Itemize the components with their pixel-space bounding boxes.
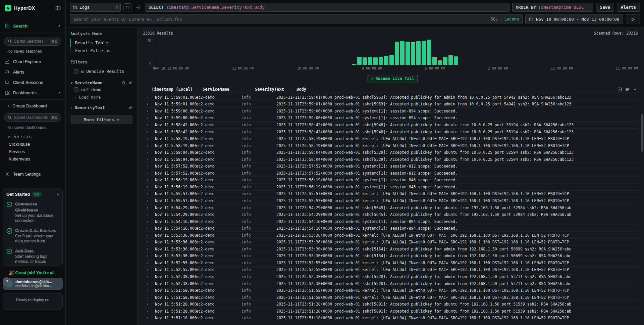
row-expand-icon[interactable]: ›	[143, 123, 152, 127]
histogram-bar[interactable]	[427, 40, 431, 65]
row-expand-icon[interactable]: ›	[143, 281, 152, 286]
row-expand-icon[interactable]: ›	[143, 240, 152, 244]
row-expand-icon[interactable]: ›	[143, 178, 152, 182]
histogram-bar[interactable]	[400, 41, 405, 65]
histogram-bar[interactable]	[411, 42, 415, 65]
resume-live-tail-button[interactable]: ⚡ Resume Live Tail	[368, 75, 418, 82]
table-row[interactable]: › Nov 11 5:58:04.000 PM ec2-demo info 20…	[143, 149, 639, 156]
row-expand-icon[interactable]: ›	[143, 205, 152, 210]
gear-icon[interactable]	[134, 3, 142, 11]
row-expand-icon[interactable]: ›	[143, 102, 152, 106]
row-expand-icon[interactable]: ›	[143, 261, 152, 265]
table-row[interactable]: › Nov 11 5:58:42.000 PM ec2-demo info 20…	[143, 128, 639, 135]
row-expand-icon[interactable]: ›	[143, 309, 152, 314]
load-more-button[interactable]: › Load more	[70, 94, 132, 100]
table-row[interactable]: › Nov 11 5:55:57.000 PM ec2-demo info 20…	[143, 190, 639, 197]
filter-group-servicename[interactable]: ∨ ServiceName	[70, 80, 132, 85]
run-query-button[interactable]	[626, 14, 640, 24]
table-scrollbar[interactable]	[641, 114, 643, 152]
sidebar-collapse-icon[interactable]	[55, 5, 61, 11]
popout-icon[interactable]	[618, 87, 622, 92]
histogram-bar[interactable]	[389, 55, 394, 65]
deploy-banner[interactable]: Ready to deploy on	[3, 293, 63, 310]
saved-searches-input[interactable]: Saved Searches ⌘K	[4, 37, 61, 46]
download-icon[interactable]	[633, 87, 637, 92]
table-row[interactable]: › Nov 11 5:59:01.000 PM ec2-demo info 20…	[143, 94, 639, 101]
table-row[interactable]: › Nov 11 5:52:38.000 PM ec2-demo info 20…	[143, 280, 639, 287]
histogram-bar[interactable]	[422, 41, 426, 65]
histogram-bar[interactable]	[438, 60, 442, 65]
table-row[interactable]: › Nov 11 5:53:36.000 PM ec2-demo info 20…	[143, 238, 639, 245]
checkbox[interactable]	[74, 69, 78, 74]
histogram-bar[interactable]	[384, 56, 388, 65]
filter-group-severitytext[interactable]: › SeverityText	[70, 105, 132, 110]
create-dashboard-button[interactable]: + Create Dashboard	[0, 101, 65, 110]
row-expand-icon[interactable]: ›	[143, 115, 152, 120]
row-expand-icon[interactable]: ›	[143, 316, 152, 320]
histogram-bar[interactable]	[395, 42, 399, 65]
row-expand-icon[interactable]: ›	[143, 247, 152, 251]
histogram-bar[interactable]	[363, 57, 367, 65]
row-expand-icon[interactable]: ›	[143, 253, 152, 258]
checkbox[interactable]	[74, 87, 78, 92]
help-button[interactable]: ?	[3, 277, 11, 286]
more-filters-button[interactable]: More filters ∨	[70, 115, 132, 124]
histogram-bar[interactable]	[352, 64, 356, 65]
column-header-timestamp[interactable]: Timestamp (Local)	[152, 87, 196, 92]
presets-toggle[interactable]: ∨ PRESETS	[0, 133, 65, 141]
histogram-bar[interactable]	[357, 57, 362, 65]
histogram-bar[interactable]	[368, 57, 372, 65]
histogram-bar[interactable]	[379, 57, 383, 65]
row-expand-icon[interactable]: ›	[143, 136, 152, 141]
user-menu[interactable]: D dominic.tran@clic... dominic.tran@clic…	[3, 278, 63, 290]
row-expand-icon[interactable]: ›	[143, 130, 152, 134]
mode-event-patterns[interactable]: Event Patterns	[70, 47, 132, 54]
table-row[interactable]: › Nov 11 5:53:30.000 PM ec2-demo info 20…	[143, 252, 639, 260]
search-icon[interactable]	[122, 81, 126, 85]
column-header-servicename[interactable]: ServiceName	[203, 87, 248, 92]
table-row[interactable]: › Nov 11 5:52:55.000 PM ec2-demo info 20…	[143, 259, 639, 266]
row-expand-icon[interactable]: ›	[143, 288, 152, 293]
table-row[interactable]: › Nov 11 5:58:04.000 PM ec2-demo info 20…	[143, 156, 639, 163]
event-search-input[interactable]: Search your events w/ Lucene ex. column:…	[70, 14, 523, 24]
source-select[interactable]: Logs ∧∨	[70, 3, 121, 12]
table-row[interactable]: › Nov 11 5:51:58.000 PM ec2-demo info 20…	[143, 287, 639, 294]
get-started-item[interactable]: Connect to ClickHouse Set up your databa…	[6, 201, 59, 223]
row-expand-icon[interactable]: ›	[143, 302, 152, 307]
row-expand-icon[interactable]: ›	[143, 226, 152, 231]
pin-icon[interactable]	[128, 81, 132, 85]
histogram-bar[interactable]	[432, 57, 437, 65]
histogram-bar[interactable]	[448, 55, 453, 65]
chevron-up-icon[interactable]: ∧	[58, 24, 61, 28]
saved-dashboards-input[interactable]: Saved Dashboards ⌘K	[4, 113, 61, 122]
get-started-item[interactable]: Add Data Start sending logs, metrics, or…	[6, 248, 59, 264]
row-expand-icon[interactable]: ›	[143, 150, 152, 155]
table-row[interactable]: › Nov 11 5:54:16.000 PM ec2-demo info 20…	[143, 225, 639, 232]
table-row[interactable]: › Nov 11 5:59:01.000 PM ec2-demo info 20…	[143, 101, 639, 108]
row-expand-icon[interactable]: ›	[143, 198, 152, 203]
sidebar-item-search[interactable]: Search ∧	[0, 21, 65, 31]
table-row[interactable]: › Nov 11 5:58:19.000 PM ec2-demo info 20…	[143, 142, 639, 149]
table-row[interactable]: › Nov 11 5:52:55.000 PM ec2-demo info 20…	[143, 266, 639, 273]
table-row[interactable]: › Nov 11 5:55:57.000 PM ec2-demo info 20…	[143, 197, 639, 204]
table-row[interactable]: › Nov 11 5:54:29.000 PM ec2-demo info 20…	[143, 204, 639, 211]
table-row[interactable]: › Nov 11 5:54:29.000 PM ec2-demo info 20…	[143, 211, 639, 218]
column-header-body[interactable]: Body	[297, 87, 613, 92]
chevron-up-icon[interactable]: ∧	[57, 192, 59, 196]
sidebar-item-alerts[interactable]: Alerts	[0, 67, 65, 77]
mode-lucene-toggle[interactable]: Lucene	[504, 17, 519, 21]
row-expand-icon[interactable]: ›	[143, 191, 152, 196]
row-expand-icon[interactable]: ›	[143, 185, 152, 189]
row-expand-icon[interactable]: ›	[143, 219, 152, 224]
date-range-picker[interactable]: Nov 10 00:00:00 - Nov 13 00:00:00	[525, 14, 623, 24]
histogram-bar[interactable]	[443, 57, 447, 65]
table-row[interactable]: › Nov 11 5:57:52.000 PM ec2-demo info 20…	[143, 162, 639, 170]
row-expand-icon[interactable]: ›	[143, 274, 152, 279]
row-expand-icon[interactable]: ›	[143, 267, 152, 272]
get-started-item[interactable]: Create Data Sources Configure where your…	[6, 227, 59, 244]
row-expand-icon[interactable]: ›	[143, 157, 152, 162]
table-row[interactable]: › Nov 11 5:51:58.000 PM ec2-demo info 20…	[143, 294, 639, 301]
denoise-results-checkbox[interactable]: ◐ Denoise Results	[70, 67, 132, 76]
select-columns-input[interactable]: SELECT Timestamp ,ServiceName,SeverityTe…	[145, 3, 509, 12]
row-expand-icon[interactable]: ›	[143, 233, 152, 238]
